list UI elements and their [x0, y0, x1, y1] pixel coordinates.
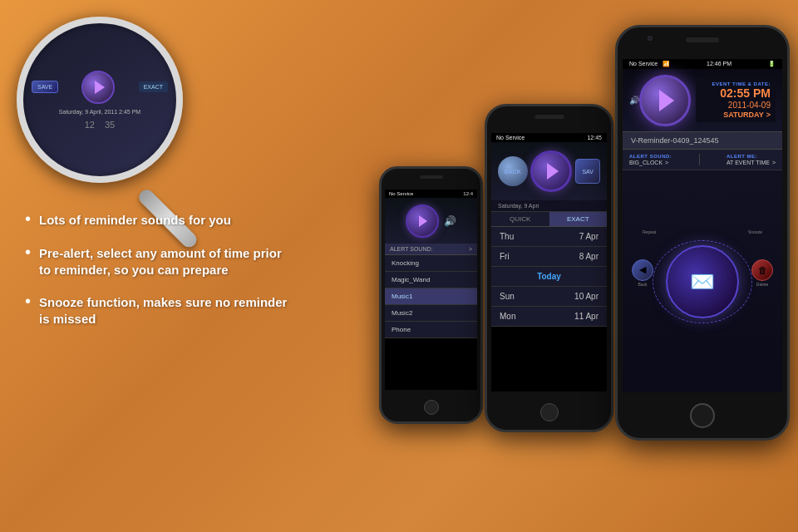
- time-medium: 12:45: [587, 135, 602, 140]
- envelope-icon: ✉️: [690, 270, 715, 293]
- alert-me-label: ALERT ME:: [727, 154, 776, 159]
- phone-small-top: 🔊: [385, 198, 477, 244]
- status-bar-medium: No Service 12:45: [491, 133, 607, 142]
- quick-btn[interactable]: QUICK: [491, 212, 549, 226]
- phone-medium-speaker: [534, 115, 564, 119]
- phone-medium-home[interactable]: [540, 403, 559, 421]
- alert-sound-label-small: ALERT SOUND: >: [385, 244, 477, 255]
- repeat-label: Repeat: [643, 229, 656, 234]
- time-large: 12:46 PM: [707, 61, 732, 67]
- cal-date-fri[interactable]: Fri8 Apr: [491, 247, 607, 267]
- battery-large: 🔋: [768, 61, 776, 67]
- volume-icon: 🔊: [629, 96, 639, 105]
- alert-sound-value[interactable]: BIG_CLOCK >: [629, 160, 672, 165]
- alert-me-col: ALERT ME: AT EVENT TIME >: [727, 154, 776, 165]
- phone-large-home[interactable]: [690, 403, 715, 428]
- bullet-text-1: Lots of reminder sounds for you: [39, 212, 231, 229]
- phone-large-camera: [648, 36, 653, 41]
- sound-item-music2[interactable]: Music2: [385, 305, 477, 322]
- phone-medium: No Service 12:45 BACK SAV Saturday, 9 Ap…: [485, 104, 613, 432]
- alert-row: ALERT SOUND: BIG_CLOCK > ALERT ME: AT EV…: [623, 150, 782, 170]
- calendar-dates: Thu7 Apr Fri8 Apr Today Sun10 Apr Mon11 …: [491, 227, 607, 327]
- time-small: 12:4: [463, 191, 473, 196]
- magnifier-circle: SAVE EXACT Saturday, 9 April, 2011 2:45 …: [17, 17, 183, 183]
- dial-container: ✉️ ◀ Back 🗑 Delete Repeat Snooze: [636, 236, 769, 328]
- alert-sound-label: ALERT SOUND:: [629, 154, 672, 159]
- exact-btn[interactable]: EXACT: [549, 212, 608, 226]
- delete-action-btn[interactable]: 🗑 Delete: [751, 259, 773, 287]
- sound-item-knocking[interactable]: Knocking: [385, 255, 477, 272]
- magnifier-exact-badge: EXACT: [139, 81, 168, 92]
- phone-small: No Service 12:4 🔊 ALERT SOUND: > Knockin…: [379, 166, 483, 424]
- event-date-value: 2011-04-09: [701, 101, 771, 111]
- magnifier-num1: 12: [85, 120, 95, 130]
- phone-medium-screen: No Service 12:45 BACK SAV Saturday, 9 Ap…: [491, 133, 607, 392]
- magnifier-num2: 35: [105, 120, 115, 130]
- sound-list: Knocking Magic_Wand Music1 Music2 Phone: [385, 255, 477, 338]
- phone-medium-top: BACK SAV: [491, 142, 607, 200]
- reminder-name-bar: V-Reminder-0409_124545: [623, 131, 782, 150]
- cal-date-sun[interactable]: Sun10 Apr: [491, 287, 607, 307]
- phone-large-top: 🔊 EVENT TIME & DATE: 02:55 PM 2011-04-09…: [623, 69, 782, 131]
- action-dial-area: ✉️ ◀ Back 🗑 Delete Repeat Snooze: [623, 170, 782, 392]
- sound-item-magicwand[interactable]: Magic_Wand: [385, 272, 477, 288]
- alert-divider: [699, 154, 700, 165]
- back-action-btn[interactable]: ◀ Back: [632, 259, 653, 287]
- event-day-value: SATURDAY >: [701, 111, 771, 119]
- save-button-medium[interactable]: SAV: [575, 159, 600, 184]
- date-header-medium: Saturday, 9 Apri: [491, 200, 607, 212]
- event-time-box: EVENT TIME & DATE: 02:55 PM 2011-04-09 S…: [696, 78, 776, 122]
- medium-orb: [530, 150, 572, 192]
- bullet-item-2: • Pre-alert, select any amount of time p…: [25, 245, 291, 278]
- sound-item-music1[interactable]: Music1: [385, 288, 477, 305]
- alert-me-value[interactable]: AT EVENT TIME >: [727, 160, 776, 165]
- phone-large-screen: No Service 📶 12:46 PM 🔋 🔊 EVENT TIME & D…: [623, 59, 782, 392]
- event-time-value: 02:55 PM: [701, 86, 771, 101]
- carrier-small: No Service: [389, 191, 413, 196]
- dial-ring: ✉️: [666, 245, 739, 318]
- back-button-medium[interactable]: BACK: [498, 156, 528, 186]
- large-orb: [639, 75, 691, 126]
- phone-large: No Service 📶 12:46 PM 🔋 🔊 EVENT TIME & D…: [615, 25, 790, 441]
- cal-date-thu[interactable]: Thu7 Apr: [491, 227, 607, 247]
- snooze-label: Snooze: [748, 229, 762, 234]
- phones-container: No Service 12:4 🔊 ALERT SOUND: > Knockin…: [379, 25, 790, 441]
- bullet-text-2: Pre-alert, select any amount of time pri…: [39, 245, 291, 278]
- sound-item-phone[interactable]: Phone: [385, 322, 477, 338]
- carrier-large: No Service 📶: [629, 61, 670, 67]
- cal-date-today[interactable]: Today: [491, 267, 607, 287]
- bullet-dot-3: •: [25, 292, 31, 311]
- magnifier-date: Saturday, 9 April, 2011 2:45 PM: [32, 109, 168, 115]
- phone-large-speaker: [686, 37, 719, 42]
- magnifier-container: SAVE EXACT Saturday, 9 April, 2011 2:45 …: [17, 17, 216, 216]
- status-bar-large: No Service 📶 12:46 PM 🔋: [623, 59, 782, 69]
- phone-small-speaker: [420, 175, 443, 179]
- bullets-section: • Lots of reminder sounds for you • Pre-…: [25, 212, 291, 343]
- alert-sound-col: ALERT SOUND: BIG_CLOCK >: [629, 154, 672, 165]
- magnifier-save-btn: SAVE: [32, 81, 58, 93]
- phone-small-home[interactable]: [424, 400, 439, 415]
- phone-small-screen: No Service 12:4 🔊 ALERT SOUND: > Knockin…: [385, 190, 477, 390]
- bullet-item-3: • Snooze function, makes sure no reminde…: [25, 294, 291, 327]
- bullet-item-1: • Lots of reminder sounds for you: [25, 212, 291, 229]
- carrier-medium: No Service: [496, 135, 525, 140]
- bullet-dot-1: •: [25, 209, 31, 229]
- cal-date-mon[interactable]: Mon11 Apr: [491, 307, 607, 327]
- quick-exact-bar: QUICK EXACT: [491, 212, 607, 227]
- small-orb: [406, 204, 439, 238]
- bullet-dot-2: •: [25, 243, 31, 262]
- bullet-text-3: Snooze function, makes sure no reminder …: [39, 294, 291, 327]
- status-bar-small: No Service 12:4: [385, 190, 477, 198]
